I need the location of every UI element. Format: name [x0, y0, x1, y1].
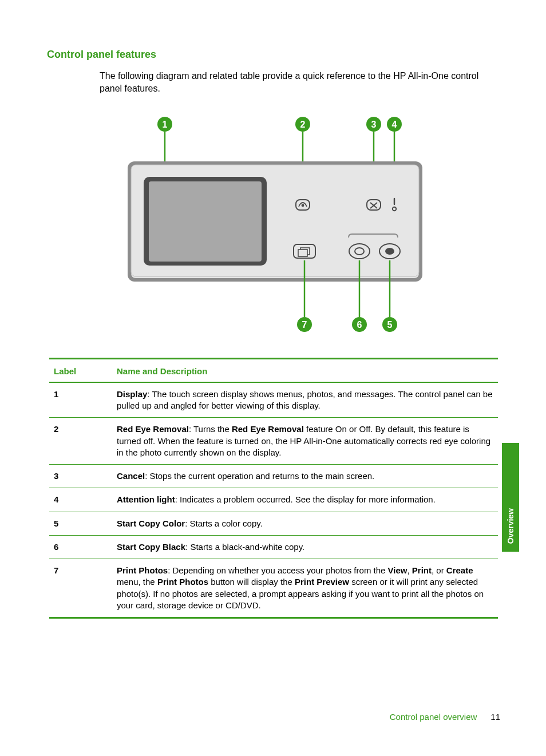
table-row: 4 Attention light: Indicates a problem o… — [49, 488, 498, 512]
svg-rect-26 — [298, 250, 307, 256]
svg-text:7: 7 — [302, 320, 307, 330]
table-row: 7 Print Photos: Depending on whether you… — [49, 559, 498, 618]
table-row: 6 Start Copy Black: Starts a black-and-w… — [49, 535, 498, 559]
svg-text:5: 5 — [387, 320, 393, 330]
svg-text:6: 6 — [357, 320, 362, 330]
table-row: 1 Display: The touch screen display show… — [49, 382, 498, 418]
footer-title: Control panel overview — [390, 712, 477, 722]
table-row: 5 Start Copy Color: Starts a color copy. — [49, 512, 498, 535]
section-intro: The following diagram and related table … — [100, 70, 500, 96]
header-desc: Name and Description — [112, 358, 498, 382]
svg-text:1: 1 — [163, 120, 168, 129]
svg-point-18 — [302, 204, 304, 207]
svg-text:3: 3 — [371, 120, 377, 129]
svg-rect-16 — [149, 181, 262, 262]
table-row: 3 Cancel: Stops the current operation an… — [49, 465, 498, 488]
section-heading: Control panel features — [47, 49, 500, 61]
table-row: 2 Red Eye Removal: Turns the Red Eye Rem… — [49, 418, 498, 465]
control-panel-diagram: 1 2 3 4 — [47, 113, 500, 338]
header-label: Label — [49, 358, 112, 382]
page-number: 11 — [490, 712, 500, 722]
features-table: Label Name and Description 1 Display: Th… — [49, 358, 498, 619]
svg-text:4: 4 — [392, 120, 397, 129]
svg-text:2: 2 — [300, 120, 306, 129]
svg-point-30 — [385, 248, 394, 255]
side-chapter-tab: Overview — [502, 443, 519, 552]
page-footer: Control panel overview 11 — [0, 712, 546, 722]
